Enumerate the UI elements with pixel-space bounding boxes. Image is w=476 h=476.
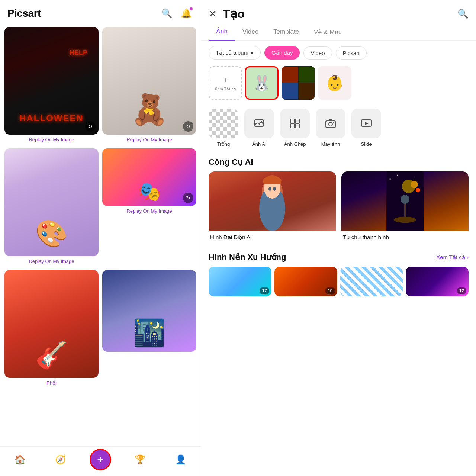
filter-row: Tất cả album ▾ Gần đây Video Picsart <box>201 41 476 65</box>
tool-may-anh[interactable]: Máy ảnh <box>316 109 345 147</box>
tool-trong[interactable]: Trống <box>209 109 238 147</box>
ai-image-space <box>341 171 469 231</box>
svg-point-21 <box>401 195 409 204</box>
tool-label-may-anh: Máy ảnh <box>321 141 340 147</box>
search-button[interactable]: 🔍 <box>160 7 174 20</box>
svg-point-1 <box>261 121 262 123</box>
feed-image-colorful: ↻ <box>102 148 196 206</box>
svg-point-18 <box>416 188 420 192</box>
svg-rect-4 <box>290 124 295 128</box>
nav-explore[interactable]: 🧭 <box>49 451 72 468</box>
photo-bunny[interactable]: 🐰 <box>245 66 279 100</box>
svg-point-22 <box>389 178 391 180</box>
anh-ai-icon <box>244 109 274 138</box>
bg-item-1[interactable]: 17 <box>209 267 271 296</box>
tool-label-anh-ghep: Ảnh Ghép <box>284 141 306 147</box>
bg-item-4[interactable]: 12 <box>406 267 469 296</box>
slide-icon <box>351 109 381 138</box>
bg-image-3 <box>340 267 403 296</box>
ai-label-hinh-dai-dien: Hình Đại Diện AI <box>209 231 336 242</box>
svg-point-19 <box>394 217 416 223</box>
tool-anh-ghep[interactable]: Ảnh Ghép <box>280 109 310 147</box>
photo-baby[interactable]: 👶 <box>318 66 351 100</box>
photo-strip: + Xem Tất cả 🐰 👶 <box>201 65 476 106</box>
ai-card-hinh-dai-dien[interactable]: Hình Đại Diện AI <box>209 171 336 242</box>
tool-label-anh-ai: Ảnh AI <box>252 141 267 147</box>
header-icons: 🔍 🔔 <box>160 7 193 20</box>
replay-icon-1: ↻ <box>85 121 96 132</box>
nav-create-button[interactable]: + <box>90 449 111 470</box>
tab-ve-mau[interactable]: Vẽ & Màu <box>306 25 349 41</box>
backgrounds-section-header: Hình Nền Xu Hướng Xem Tất cả › <box>201 250 476 267</box>
right-header-left: ✕ Tạo <box>209 7 245 21</box>
feed-item-3[interactable]: Replay On My Image <box>4 148 99 265</box>
feed-label-3: Replay On My Image <box>4 256 99 265</box>
feed-item-1[interactable]: ↻ Replay On My Image <box>4 27 99 143</box>
feed-item-5[interactable]: Phối <box>4 270 99 386</box>
feed-label-5: Phối <box>4 378 99 386</box>
see-all-label: Xem Tất cả <box>215 87 236 91</box>
picsart-logo: Picsart <box>7 7 41 19</box>
bg-count-4: 12 <box>457 287 466 294</box>
bottom-nav: 🏠 🧭 + 🏆 👤 <box>0 446 201 476</box>
svg-rect-2 <box>290 119 295 123</box>
anh-ghep-icon <box>280 109 310 138</box>
feed-item-6[interactable] <box>102 270 196 386</box>
tool-slide[interactable]: Slide <box>351 109 381 147</box>
replay-icon-2: ↻ <box>183 121 193 132</box>
replay-icon-4: ↻ <box>183 193 193 203</box>
plus-icon: + <box>223 75 228 85</box>
tab-template[interactable]: Template <box>266 25 306 41</box>
feed-item-4[interactable]: ↻ Replay On My Image <box>102 148 196 265</box>
feed-grid: ↻ Replay On My Image ↻ Replay On My Imag… <box>0 24 201 446</box>
ai-card-tu-chu[interactable]: Từ chữ thành hình <box>341 171 469 242</box>
filter-video[interactable]: Video <box>303 46 332 60</box>
tab-video[interactable]: Video <box>235 25 266 41</box>
left-header: Picsart 🔍 🔔 <box>0 0 201 24</box>
ai-section-title: Công Cụ AI <box>201 154 476 171</box>
feed-label-4: Replay On My Image <box>102 206 196 215</box>
see-all-button[interactable]: + Xem Tất cả <box>209 66 242 100</box>
svg-point-24 <box>416 177 416 177</box>
tool-label-trong: Trống <box>217 141 230 147</box>
ai-label-tu-chu: Từ chữ thành hình <box>341 231 469 242</box>
nav-profile[interactable]: 👤 <box>169 451 192 468</box>
svg-point-17 <box>411 181 418 188</box>
filter-picsart[interactable]: Picsart <box>336 46 367 60</box>
feed-image-anime <box>4 270 99 378</box>
nav-trophy[interactable]: 🏆 <box>129 451 152 468</box>
tab-anh[interactable]: Ảnh <box>209 25 235 41</box>
right-panel-title: Tạo <box>223 7 245 21</box>
tool-anh-ai[interactable]: Ảnh AI <box>244 109 274 147</box>
see-all-backgrounds-link[interactable]: Xem Tất cả › <box>436 254 469 261</box>
bg-item-2[interactable]: 10 <box>274 267 337 296</box>
right-panel: ✕ Tạo 🔍 Ảnh Video Template Vẽ & Màu Tất … <box>201 0 476 476</box>
notification-button[interactable]: 🔔 <box>179 7 193 20</box>
filter-all-album[interactable]: Tất cả album ▾ <box>209 46 261 60</box>
feed-item-2[interactable]: ↻ Replay On My Image <box>102 27 196 143</box>
svg-point-14 <box>273 187 276 191</box>
feed-image-city <box>102 270 196 352</box>
close-button[interactable]: ✕ <box>209 8 217 20</box>
svg-rect-5 <box>295 124 299 128</box>
dropdown-arrow-icon: ▾ <box>251 49 254 56</box>
svg-point-8 <box>333 122 334 123</box>
ai-image-woman <box>209 171 336 231</box>
right-search-button[interactable]: 🔍 <box>457 9 469 19</box>
tools-row: Trống Ảnh AI Ảnh Ghép <box>201 106 476 154</box>
svg-rect-6 <box>326 121 335 128</box>
feed-image-bear: ↻ <box>102 27 196 135</box>
feed-label-2: Replay On My Image <box>102 135 196 143</box>
svg-rect-3 <box>295 119 299 123</box>
svg-point-7 <box>329 122 332 126</box>
photo-collage[interactable] <box>282 66 315 100</box>
bg-item-3[interactable] <box>340 267 403 296</box>
tabs-row: Ảnh Video Template Vẽ & Màu <box>201 25 476 41</box>
transparent-icon <box>209 109 238 138</box>
filter-gan-day[interactable]: Gần đây <box>264 46 300 60</box>
nav-home[interactable]: 🏠 <box>9 451 32 468</box>
left-panel: Picsart 🔍 🔔 ↻ Replay On My Image ↻ Repla… <box>0 0 201 476</box>
may-anh-icon <box>316 109 345 138</box>
backgrounds-title: Hình Nền Xu Hướng <box>209 253 286 262</box>
feed-image-cartoon <box>4 148 99 256</box>
